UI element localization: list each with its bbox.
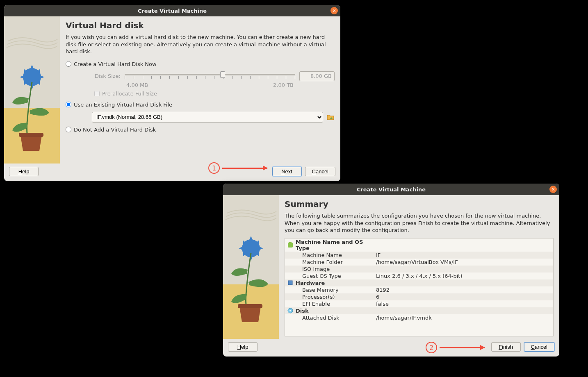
close-icon[interactable]: ✕ — [330, 7, 338, 14]
window-title: Create Virtual Machine — [357, 186, 426, 193]
disk-size-label: Disk Size: — [94, 73, 121, 79]
wizard-illustration — [223, 195, 279, 339]
row-attached-disk: Attached Disk — [294, 315, 376, 321]
row-machine-name: Machine Name — [294, 252, 376, 258]
radio-create-label: Create a Virtual Hard Disk Now — [74, 61, 157, 67]
create-vm-dialog-summary: Create Virtual Machine ✕ Summary The fol… — [223, 184, 559, 357]
titlebar[interactable]: Create Virtual Machine ✕ — [223, 184, 559, 195]
radio-create-input[interactable] — [66, 61, 71, 67]
disk-icon — [287, 308, 294, 313]
window-title: Create Virtual Machine — [138, 8, 207, 14]
radio-none-label: Do Not Add a Virtual Hard Disk — [74, 127, 156, 133]
puzzle-icon — [287, 242, 294, 248]
row-machine-folder: Machine Folder — [294, 259, 376, 265]
wizard-illustration — [4, 16, 60, 164]
prealloc-checkbox — [94, 91, 100, 96]
prealloc-label: Pre-allocate Full Size — [102, 91, 157, 97]
row-processors: Processor(s) — [294, 294, 376, 300]
svg-rect-6 — [288, 281, 292, 285]
cancel-button[interactable]: CancelCancel — [524, 342, 554, 352]
svg-point-8 — [289, 310, 291, 311]
chip-icon — [287, 280, 294, 286]
radio-none-input[interactable] — [66, 127, 71, 132]
summary-table: Machine Name and OS Type Machine NameIF … — [285, 238, 554, 336]
radio-existing-label: Use an Existing Virtual Hard Disk File — [74, 102, 172, 108]
browse-folder-icon[interactable] — [326, 114, 335, 121]
close-icon[interactable]: ✕ — [549, 186, 557, 193]
radio-create-disk[interactable]: Create a Virtual Hard Disk Now — [66, 59, 335, 69]
radio-use-existing[interactable]: Use an Existing Virtual Hard Disk File — [66, 100, 335, 109]
row-efi: EFI Enable — [294, 301, 376, 307]
help-button[interactable]: HHelpelp — [9, 167, 39, 176]
page-description: The following table summarizes the confi… — [285, 212, 554, 234]
finish-button[interactable]: FinishFinish — [491, 342, 521, 352]
section-machine: Machine Name and OS Type — [294, 239, 376, 251]
page-description: If you wish you can add a virtual hard d… — [66, 34, 335, 55]
svg-rect-1 — [19, 133, 43, 137]
section-disk: Disk — [294, 308, 376, 314]
page-title: Virtual Hard disk — [66, 20, 335, 30]
disk-size-value: 8.00 GB — [299, 71, 335, 81]
scale-min: 4.00 MB — [126, 82, 148, 88]
slider-thumb — [220, 71, 225, 78]
create-vm-dialog-harddisk: Create Virtual Machine ✕ Virtual Hard di… — [4, 5, 340, 181]
row-iso: ISO Image — [294, 266, 376, 272]
existing-disk-select[interactable]: IF.vmdk (Normal, 28.65 GB) — [92, 112, 323, 123]
next-button[interactable]: NextNext — [272, 167, 302, 176]
disk-size-slider — [125, 71, 295, 81]
help-button[interactable]: HelpHelp — [228, 342, 258, 352]
page-title: Summary — [285, 199, 554, 209]
cancel-button[interactable]: CancelCancel — [305, 167, 335, 176]
section-hardware: Hardware — [294, 280, 376, 286]
scale-max: 2.00 TB — [273, 82, 294, 88]
svg-rect-3 — [238, 304, 262, 308]
row-guest-os: Guest OS Type — [294, 273, 376, 279]
radio-no-disk[interactable]: Do Not Add a Virtual Hard Disk — [66, 125, 335, 134]
radio-existing-input[interactable] — [66, 102, 71, 107]
titlebar[interactable]: Create Virtual Machine ✕ — [4, 5, 340, 16]
row-base-memory: Base Memory — [294, 287, 376, 293]
